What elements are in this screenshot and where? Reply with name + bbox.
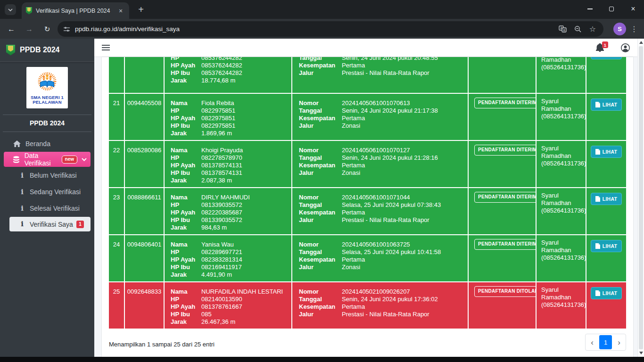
field-value: Prestasi - Nilai Rata-Rata Rapor: [342, 311, 429, 318]
page-scrollbar[interactable]: [637, 39, 644, 357]
field-label: Jalur: [299, 169, 342, 177]
sidebar-item-selesai-verifikasi[interactable]: i Selesai Verifikasi: [4, 200, 91, 216]
bookmark-star-icon[interactable]: ☆: [589, 25, 596, 33]
screen: Verifikasi Saya | PPDB 2024 × + × ← → ↻ …: [0, 0, 644, 362]
chevron-down-icon: [82, 158, 87, 161]
scrollbar-thumb[interactable]: [639, 46, 643, 349]
verifier-name: Syarul Ramadhan (085264131736): [537, 188, 586, 234]
user-menu-button[interactable]: [621, 43, 630, 52]
field-label: Jarak: [171, 224, 201, 231]
field-label: Jarak: [171, 271, 201, 279]
field-label: HP Ibu: [171, 216, 201, 224]
reload-button[interactable]: ↻: [41, 24, 53, 35]
sidebar-item-verifikasi-saya[interactable]: i Verifikasi Saya 1: [9, 217, 91, 231]
lihat-button[interactable]: LIHAT: [591, 287, 622, 299]
bio-cell: NamaYanisa WauHP082289697721HP Ayah08238…: [165, 235, 291, 281]
url-input[interactable]: ppdb.riau.go.id/admin/verifikasi_saya: [75, 25, 559, 33]
sidebar-item-beranda[interactable]: Beranda: [4, 136, 91, 151]
window-maximize-button[interactable]: [601, 0, 622, 18]
content-card: HP085376244282 HP Ayah085376244282 HP Ib…: [102, 57, 633, 360]
field-value: Pertama: [342, 209, 365, 216]
prev-page-button[interactable]: ‹: [586, 338, 598, 346]
tab-close-icon[interactable]: ×: [116, 7, 125, 15]
notifications-button[interactable]: 1: [596, 43, 604, 52]
browser-avatar[interactable]: S: [613, 23, 626, 35]
status-cell: PENDAFTARAN DITERIMA: [469, 188, 536, 234]
field-label: HP: [171, 107, 201, 115]
table-row: 24 0094806401 NamaYanisa WauHP0822896977…: [109, 235, 626, 281]
sidebar-item-data-verifikasi[interactable]: Data Verifikasi new: [4, 152, 91, 167]
new-badge: new: [62, 156, 77, 164]
school-name-line2: PELALAWAN: [33, 100, 61, 105]
table-row: 25 0092648833 NamaNURFADILA INDAH LESTAR…: [109, 282, 626, 329]
window-minimize-button[interactable]: [579, 0, 601, 18]
next-page-button[interactable]: ›: [613, 338, 625, 346]
table-footer: Menampilkan 1 sampai 25 dari 25 entri ‹ …: [109, 329, 626, 351]
action-cell: LIHAT: [586, 188, 626, 234]
action-cell: LIHAT: [586, 235, 626, 281]
row-number-cell: 22: [109, 141, 124, 187]
field-label: HP Ibu: [171, 69, 201, 77]
registration-cell: Nomor20241405021009026207TanggalSenin, 2…: [292, 282, 468, 329]
registration-cell: Nomor20241405061001063725TanggalSelasa, …: [292, 235, 468, 281]
field-value: 4.491,90 m: [201, 271, 232, 279]
browser-tab[interactable]: Verifikasi Saya | PPDB 2024 ×: [22, 2, 129, 19]
field-label: Jalur: [299, 122, 342, 130]
brand-name: PPDB 2024: [20, 46, 60, 54]
scroll-down-arrow-icon[interactable]: [639, 352, 643, 354]
field-value: Pertama: [342, 62, 365, 69]
zoom-out-icon[interactable]: [574, 25, 582, 33]
current-page-button[interactable]: 1: [599, 335, 612, 349]
field-label: HP Ibu: [171, 311, 201, 318]
top-navbar: 1: [94, 39, 637, 57]
sidebar-item-sedang-verifikasi[interactable]: i Sedang Verifikasi: [4, 184, 91, 200]
window-close-button[interactable]: ×: [622, 0, 644, 18]
bio-cell: NamaKhoigi PrayudaHP082278578970HP Ayah0…: [165, 141, 291, 187]
field-value: Yanisa Wau: [201, 241, 234, 248]
verification-table: HP085376244282 HP Ayah085376244282 HP Ib…: [109, 57, 626, 329]
file-icon: [595, 290, 600, 296]
close-icon: ×: [631, 5, 635, 13]
lihat-button[interactable]: LIHAT: [591, 240, 622, 252]
lihat-button[interactable]: LIHAT: [591, 146, 622, 158]
field-value: 081378761667: [201, 303, 242, 311]
tab-search-button[interactable]: [5, 4, 16, 15]
brand[interactable]: PPDB 2024: [0, 39, 94, 62]
site-info-icon[interactable]: [63, 26, 70, 33]
action-cell: LIHAT: [586, 141, 626, 187]
field-label: HP: [171, 154, 201, 162]
field-value: 081339035572: [201, 216, 242, 224]
field-value: 2.087,38 m: [201, 177, 232, 184]
scroll-up-arrow-icon[interactable]: [639, 41, 643, 44]
browser-menu-icon[interactable]: ⋮: [630, 23, 638, 34]
back-button[interactable]: ←: [6, 24, 17, 35]
lihat-button[interactable]: LIHAT: [591, 193, 622, 205]
field-label: Kesempatan: [299, 256, 342, 263]
hamburger-icon[interactable]: [102, 45, 110, 50]
sidebar-item-belum-verifikasi[interactable]: i Belum Verifikasi: [4, 167, 91, 183]
field-value: 085: [201, 311, 212, 318]
file-icon: [595, 149, 600, 155]
field-label: Kesempatan: [299, 162, 342, 169]
field-value: 081378574131: [201, 162, 242, 169]
field-value: Senin, 24 Juni 2024 pukul 21:17:38: [342, 107, 438, 115]
field-label: HP Ayah: [171, 209, 201, 216]
field-value: Zonasi: [342, 169, 360, 177]
row-number-cell: 25: [109, 282, 124, 329]
field-label: Kesempatan: [299, 209, 342, 216]
translate-icon[interactable]: Aa: [559, 25, 567, 33]
browser-tabstrip: Verifikasi Saya | PPDB 2024 × + ×: [0, 0, 644, 19]
field-label: HP Ayah: [171, 162, 201, 169]
lihat-button[interactable]: LIHAT: [591, 99, 622, 111]
field-value: 20241405061001071044: [342, 194, 410, 201]
field-label: Nama: [171, 288, 201, 296]
forward-button[interactable]: →: [24, 24, 35, 35]
lihat-button[interactable]: LIHAT: [591, 57, 622, 59]
registration-cell: Nomor20241405061001071044TanggalSelasa, …: [292, 188, 468, 234]
url-bar[interactable]: ppdb.riau.go.id/admin/verifikasi_saya Aa…: [58, 21, 603, 37]
field-value: Pertama: [342, 303, 365, 311]
field-value: 26.467,36 m: [201, 318, 235, 326]
verifier-name: Syarul Ramadhan (085264131736): [537, 141, 586, 187]
field-label: HP Ayah: [171, 303, 201, 311]
new-tab-button[interactable]: +: [135, 3, 147, 16]
